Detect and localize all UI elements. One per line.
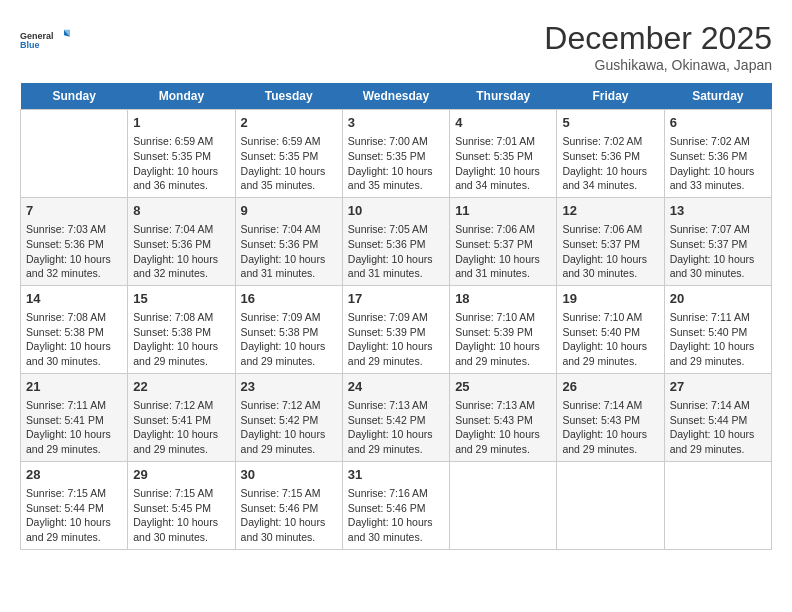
title-block: December 2025 Gushikawa, Okinawa, Japan [544, 20, 772, 73]
day-info: Sunrise: 7:01 AMSunset: 5:35 PMDaylight:… [455, 134, 551, 193]
day-info: Sunrise: 7:05 AMSunset: 5:36 PMDaylight:… [348, 222, 444, 281]
day-info: Sunrise: 7:06 AMSunset: 5:37 PMDaylight:… [455, 222, 551, 281]
day-info: Sunrise: 7:04 AMSunset: 5:36 PMDaylight:… [241, 222, 337, 281]
day-info: Sunrise: 7:06 AMSunset: 5:37 PMDaylight:… [562, 222, 658, 281]
weekday-wednesday: Wednesday [342, 83, 449, 110]
day-number: 4 [455, 114, 551, 132]
day-number: 13 [670, 202, 766, 220]
calendar-cell: 23Sunrise: 7:12 AMSunset: 5:42 PMDayligh… [235, 373, 342, 461]
day-number: 22 [133, 378, 229, 396]
day-info: Sunrise: 7:11 AMSunset: 5:40 PMDaylight:… [670, 310, 766, 369]
day-info: Sunrise: 6:59 AMSunset: 5:35 PMDaylight:… [241, 134, 337, 193]
calendar-cell: 26Sunrise: 7:14 AMSunset: 5:43 PMDayligh… [557, 373, 664, 461]
day-info: Sunrise: 6:59 AMSunset: 5:35 PMDaylight:… [133, 134, 229, 193]
calendar-cell: 2Sunrise: 6:59 AMSunset: 5:35 PMDaylight… [235, 110, 342, 198]
day-info: Sunrise: 7:04 AMSunset: 5:36 PMDaylight:… [133, 222, 229, 281]
calendar-cell: 9Sunrise: 7:04 AMSunset: 5:36 PMDaylight… [235, 197, 342, 285]
day-number: 31 [348, 466, 444, 484]
svg-text:Blue: Blue [20, 40, 40, 50]
calendar-cell [21, 110, 128, 198]
day-number: 23 [241, 378, 337, 396]
weekday-sunday: Sunday [21, 83, 128, 110]
day-number: 6 [670, 114, 766, 132]
day-info: Sunrise: 7:15 AMSunset: 5:45 PMDaylight:… [133, 486, 229, 545]
day-info: Sunrise: 7:14 AMSunset: 5:44 PMDaylight:… [670, 398, 766, 457]
day-info: Sunrise: 7:10 AMSunset: 5:39 PMDaylight:… [455, 310, 551, 369]
calendar-cell: 28Sunrise: 7:15 AMSunset: 5:44 PMDayligh… [21, 461, 128, 549]
calendar-cell [557, 461, 664, 549]
logo: General Blue [20, 20, 70, 60]
day-number: 24 [348, 378, 444, 396]
day-info: Sunrise: 7:13 AMSunset: 5:42 PMDaylight:… [348, 398, 444, 457]
calendar-cell [450, 461, 557, 549]
week-row-2: 7Sunrise: 7:03 AMSunset: 5:36 PMDaylight… [21, 197, 772, 285]
calendar-cell: 4Sunrise: 7:01 AMSunset: 5:35 PMDaylight… [450, 110, 557, 198]
day-number: 29 [133, 466, 229, 484]
day-number: 21 [26, 378, 122, 396]
calendar-cell: 10Sunrise: 7:05 AMSunset: 5:36 PMDayligh… [342, 197, 449, 285]
calendar-cell: 3Sunrise: 7:00 AMSunset: 5:35 PMDaylight… [342, 110, 449, 198]
day-info: Sunrise: 7:15 AMSunset: 5:44 PMDaylight:… [26, 486, 122, 545]
weekday-saturday: Saturday [664, 83, 771, 110]
day-info: Sunrise: 7:11 AMSunset: 5:41 PMDaylight:… [26, 398, 122, 457]
week-row-3: 14Sunrise: 7:08 AMSunset: 5:38 PMDayligh… [21, 285, 772, 373]
calendar-cell: 16Sunrise: 7:09 AMSunset: 5:38 PMDayligh… [235, 285, 342, 373]
day-info: Sunrise: 7:10 AMSunset: 5:40 PMDaylight:… [562, 310, 658, 369]
day-number: 30 [241, 466, 337, 484]
day-number: 8 [133, 202, 229, 220]
svg-text:General: General [20, 31, 54, 41]
calendar-cell: 21Sunrise: 7:11 AMSunset: 5:41 PMDayligh… [21, 373, 128, 461]
day-number: 10 [348, 202, 444, 220]
weekday-friday: Friday [557, 83, 664, 110]
calendar-cell [664, 461, 771, 549]
day-number: 2 [241, 114, 337, 132]
day-info: Sunrise: 7:14 AMSunset: 5:43 PMDaylight:… [562, 398, 658, 457]
day-info: Sunrise: 7:08 AMSunset: 5:38 PMDaylight:… [26, 310, 122, 369]
week-row-5: 28Sunrise: 7:15 AMSunset: 5:44 PMDayligh… [21, 461, 772, 549]
day-number: 3 [348, 114, 444, 132]
calendar-cell: 14Sunrise: 7:08 AMSunset: 5:38 PMDayligh… [21, 285, 128, 373]
day-info: Sunrise: 7:00 AMSunset: 5:35 PMDaylight:… [348, 134, 444, 193]
calendar-cell: 29Sunrise: 7:15 AMSunset: 5:45 PMDayligh… [128, 461, 235, 549]
day-info: Sunrise: 7:15 AMSunset: 5:46 PMDaylight:… [241, 486, 337, 545]
location: Gushikawa, Okinawa, Japan [544, 57, 772, 73]
calendar-cell: 6Sunrise: 7:02 AMSunset: 5:36 PMDaylight… [664, 110, 771, 198]
day-number: 28 [26, 466, 122, 484]
day-number: 20 [670, 290, 766, 308]
day-number: 1 [133, 114, 229, 132]
day-number: 12 [562, 202, 658, 220]
day-number: 19 [562, 290, 658, 308]
day-info: Sunrise: 7:16 AMSunset: 5:46 PMDaylight:… [348, 486, 444, 545]
day-info: Sunrise: 7:13 AMSunset: 5:43 PMDaylight:… [455, 398, 551, 457]
day-info: Sunrise: 7:03 AMSunset: 5:36 PMDaylight:… [26, 222, 122, 281]
day-info: Sunrise: 7:02 AMSunset: 5:36 PMDaylight:… [562, 134, 658, 193]
calendar-table: SundayMondayTuesdayWednesdayThursdayFrid… [20, 83, 772, 550]
calendar-cell: 12Sunrise: 7:06 AMSunset: 5:37 PMDayligh… [557, 197, 664, 285]
page-header: General Blue December 2025 Gushikawa, Ok… [20, 20, 772, 73]
calendar-cell: 27Sunrise: 7:14 AMSunset: 5:44 PMDayligh… [664, 373, 771, 461]
calendar-cell: 1Sunrise: 6:59 AMSunset: 5:35 PMDaylight… [128, 110, 235, 198]
calendar-cell: 25Sunrise: 7:13 AMSunset: 5:43 PMDayligh… [450, 373, 557, 461]
week-row-4: 21Sunrise: 7:11 AMSunset: 5:41 PMDayligh… [21, 373, 772, 461]
week-row-1: 1Sunrise: 6:59 AMSunset: 5:35 PMDaylight… [21, 110, 772, 198]
calendar-cell: 24Sunrise: 7:13 AMSunset: 5:42 PMDayligh… [342, 373, 449, 461]
day-number: 14 [26, 290, 122, 308]
calendar-cell: 17Sunrise: 7:09 AMSunset: 5:39 PMDayligh… [342, 285, 449, 373]
calendar-cell: 20Sunrise: 7:11 AMSunset: 5:40 PMDayligh… [664, 285, 771, 373]
day-number: 25 [455, 378, 551, 396]
day-info: Sunrise: 7:08 AMSunset: 5:38 PMDaylight:… [133, 310, 229, 369]
weekday-header-row: SundayMondayTuesdayWednesdayThursdayFrid… [21, 83, 772, 110]
day-info: Sunrise: 7:09 AMSunset: 5:39 PMDaylight:… [348, 310, 444, 369]
calendar-cell: 30Sunrise: 7:15 AMSunset: 5:46 PMDayligh… [235, 461, 342, 549]
day-number: 26 [562, 378, 658, 396]
calendar-cell: 15Sunrise: 7:08 AMSunset: 5:38 PMDayligh… [128, 285, 235, 373]
calendar-cell: 11Sunrise: 7:06 AMSunset: 5:37 PMDayligh… [450, 197, 557, 285]
day-number: 5 [562, 114, 658, 132]
calendar-cell: 5Sunrise: 7:02 AMSunset: 5:36 PMDaylight… [557, 110, 664, 198]
day-number: 15 [133, 290, 229, 308]
calendar-cell: 8Sunrise: 7:04 AMSunset: 5:36 PMDaylight… [128, 197, 235, 285]
day-number: 16 [241, 290, 337, 308]
day-number: 18 [455, 290, 551, 308]
day-number: 7 [26, 202, 122, 220]
month-title: December 2025 [544, 20, 772, 57]
